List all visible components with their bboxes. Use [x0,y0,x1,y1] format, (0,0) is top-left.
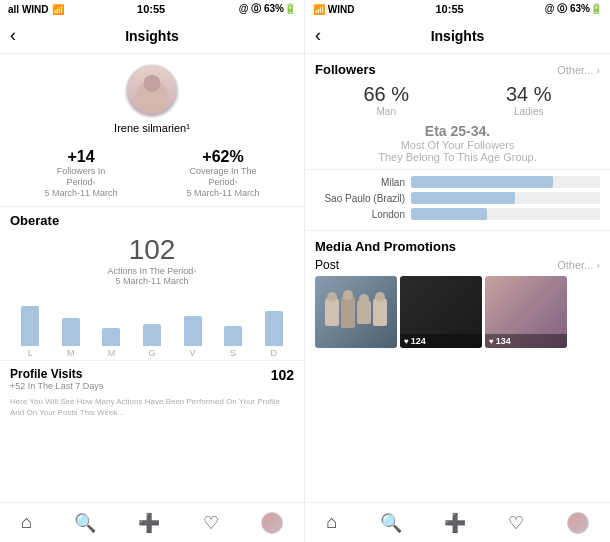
pv-title: Profile Visits [10,367,103,381]
location-bar-2 [411,208,487,220]
pv-count: 102 [271,367,294,383]
wifi-icon-left: 📶 [52,4,64,15]
bar-label-3: G [148,348,155,358]
pv-info: Profile Visits +52 In The Last 7 Days [10,367,103,391]
man-label: Man [363,106,409,117]
bar-col-0: L [21,306,39,358]
back-button-left[interactable]: ‹ [10,25,16,46]
coverage-stat: +62% Coverage In ThePeriod◦5 March-11 Ma… [152,148,294,198]
toy-fig-1 [341,296,355,328]
location-row-1: Sao Paulo (Brazil) [315,192,600,204]
bottom-nav-right: ⌂ 🔍 ➕ ♡ [305,502,610,542]
location-name-1: Sao Paulo (Brazil) [315,193,405,204]
location-section: Milan Sao Paulo (Brazil) London [305,170,610,231]
location-bar-1 [411,192,515,204]
bar-col-6: D [265,311,283,358]
ladies-pct: 34 % [506,83,552,106]
username: Irene silmarien¹ [114,122,190,134]
other-link-followers[interactable]: Other... › [557,64,600,76]
thumb-count-2: 134 [496,336,511,346]
other-link-media[interactable]: Other... › [557,259,600,271]
heart-icon-left[interactable]: ♡ [203,512,219,534]
avatar-inner [127,66,177,116]
status-left: all WIND 📶 [8,4,64,15]
location-name-0: Milan [315,177,405,188]
battery-icons-left: @ ⓪ 63%🔋 [239,2,296,16]
bar-col-5: S [224,326,242,358]
heart-icon-thumb-2: ♥ [489,337,494,346]
carrier-right: 📶 WIND [313,4,354,15]
bar-label-2: M [108,348,116,358]
location-row-0: Milan [315,176,600,188]
back-button-right[interactable]: ‹ [315,25,321,46]
followers-stat: +14 Followers InPeriod◦5 March-11 March [10,148,152,198]
page-title-left: Insights [125,28,179,44]
thumbnail-2[interactable]: ♥ 134 [485,276,567,348]
actions-section: 102 Actions In The Period◦5 March-11 Mar… [0,230,304,290]
profile-avatar-right[interactable] [567,512,589,534]
followers-value: +14 [10,148,152,166]
status-right-right: @ ⓪ 63%🔋 [545,2,602,16]
add-icon-right[interactable]: ➕ [444,512,466,534]
thumb-overlay-2: ♥ 134 [485,334,567,348]
bottom-nav-left: ⌂ 🔍 ➕ ♡ [0,502,304,542]
bar-1 [62,318,80,346]
bar-chart: L M M G V S D [0,290,304,360]
bar-label-6: D [270,348,277,358]
followers-title: Followers [315,62,376,77]
bar-2 [102,328,120,346]
actions-number: 102 [10,234,294,266]
home-icon-left[interactable]: ⌂ [21,512,32,533]
bar-col-1: M [62,318,80,358]
post-header: Post Other... › [315,258,600,272]
search-icon-left[interactable]: 🔍 [74,512,96,534]
man-pct: 66 % [363,83,409,106]
toy-fig-2 [357,300,371,324]
time-right: 10:55 [435,3,463,15]
status-left-right: 📶 WIND [313,4,354,15]
toy-fig-0 [325,298,339,326]
bar-5 [224,326,242,346]
home-icon-right[interactable]: ⌂ [326,512,337,533]
age-desc: Most Of Your FollowersThey Belong To Thi… [315,139,600,163]
gender-row: 66 % Man 34 % Ladies [315,83,600,117]
media-title: Media And Promotions [315,239,600,254]
search-icon-right[interactable]: 🔍 [380,512,402,534]
followers-header: Followers Other... › [315,62,600,77]
carrier-left: all WIND [8,4,49,15]
stats-row: +14 Followers InPeriod◦5 March-11 March … [0,140,304,207]
status-bar-left: all WIND 📶 10:55 @ ⓪ 63%🔋 [0,0,304,18]
thumbnail-0[interactable] [315,276,397,348]
bar-3 [143,324,161,346]
left-panel: all WIND 📶 10:55 @ ⓪ 63%🔋 ‹ Insights Ire… [0,0,305,542]
bar-col-2: M [102,328,120,358]
profile-section: Irene silmarien¹ [0,54,304,140]
ladies-label: Ladies [506,106,552,117]
location-row-2: London [315,208,600,220]
add-icon-left[interactable]: ➕ [138,512,160,534]
profile-avatar-left[interactable] [261,512,283,534]
header-left: ‹ Insights [0,18,304,54]
pv-subtitle: +52 In The Last 7 Days [10,381,103,391]
post-label: Post [315,258,339,272]
status-right-left: @ ⓪ 63%🔋 [239,2,296,16]
avatar [125,64,179,118]
coverage-value: +62% [152,148,294,166]
operate-section: Oberate 102 Actions In The Period◦5 Marc… [0,207,304,290]
heart-icon-thumb-1: ♥ [404,337,409,346]
bar-label-1: M [67,348,75,358]
header-right: ‹ Insights [305,18,610,54]
page-title-right: Insights [431,28,485,44]
age-group: Eta 25-34. Most Of Your FollowersThey Be… [315,121,600,165]
bar-label-5: S [230,348,236,358]
thumbnail-1[interactable]: ♥ 124 [400,276,482,348]
time-left: 10:55 [137,3,165,15]
bar-col-4: V [184,316,202,358]
battery-icons-right: @ ⓪ 63%🔋 [545,2,602,16]
thumbnails-grid: ♥ 124 ♥ 134 [315,276,600,348]
bar-6 [265,311,283,346]
heart-icon-right[interactable]: ♡ [508,512,524,534]
status-bar-right: 📶 WIND 10:55 @ ⓪ 63%🔋 [305,0,610,18]
bar-col-3: G [143,324,161,358]
age-range: Eta 25-34. [315,123,600,139]
